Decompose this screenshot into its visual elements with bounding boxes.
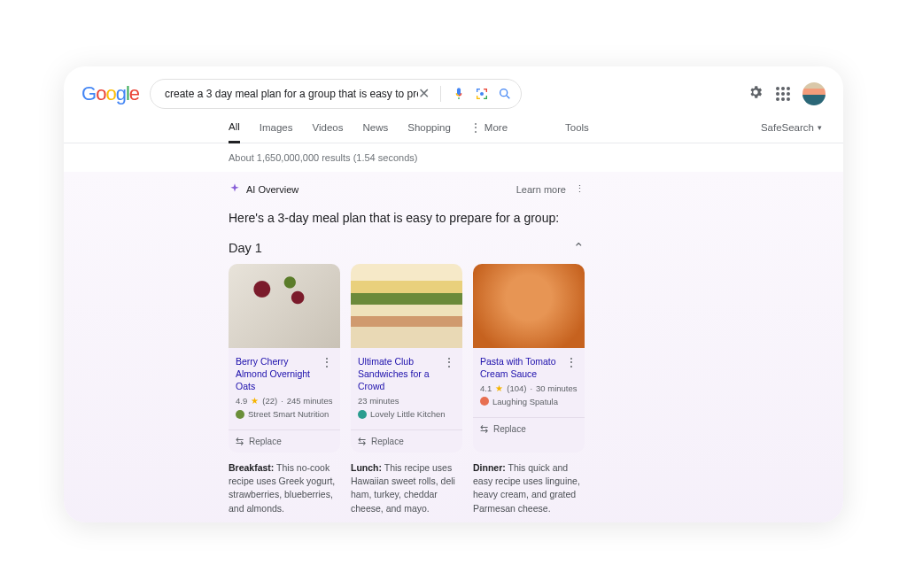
search-tabs: All Images Videos News Shopping ⋮More To…	[64, 114, 843, 143]
recipe-source[interactable]: Laughing Spatula	[480, 397, 578, 406]
svg-point-9	[500, 89, 508, 96]
svg-point-8	[480, 92, 484, 96]
recipe-card-breakfast: Berry Cherry Almond Overnight Oats ⋮ 4.9…	[229, 264, 340, 453]
browser-window: Google ✕	[64, 66, 843, 522]
meal-description: Breakfast: This no-cook recipe uses Gree…	[229, 461, 340, 515]
swap-icon: ⇆	[236, 436, 244, 447]
search-bar[interactable]: ✕	[150, 79, 522, 109]
separator	[440, 86, 441, 102]
recipe-meta: 4.1★ (104)· 30 minutes	[480, 383, 578, 393]
meal-description: Lunch: This recipe uses Hawaiian sweet r…	[351, 461, 462, 515]
replace-button[interactable]: ⇆ Replace	[473, 417, 585, 440]
star-icon: ★	[495, 383, 503, 393]
kebab-icon[interactable]: ⋮	[562, 355, 578, 369]
search-bar-icons: ✕	[418, 85, 512, 102]
more-menu[interactable]: ⋮More	[470, 121, 508, 143]
tab-videos[interactable]: Videos	[313, 122, 344, 142]
recipe-card-dinner: Pasta with Tomato Cream Sauce ⋮ 4.1★ (10…	[473, 264, 585, 453]
favicon	[358, 410, 367, 419]
tab-shopping[interactable]: Shopping	[407, 122, 451, 142]
swap-icon: ⇆	[480, 423, 488, 435]
result-stats: About 1,650,000,000 results (1.54 second…	[64, 143, 843, 172]
recipe-source[interactable]: Lovely Little Kitchen	[358, 409, 455, 419]
favicon	[480, 397, 489, 406]
svg-rect-3	[486, 89, 487, 92]
learn-more-link[interactable]: Learn more	[516, 184, 566, 195]
sparkle-icon	[229, 182, 241, 197]
recipe-title-link[interactable]: Berry Cherry Almond Overnight Oats	[236, 355, 317, 393]
ai-overview-section: AI Overview Learn more ⋮ Here's a 3-day …	[64, 172, 843, 522]
ai-intro-text: Here's a 3-day meal plan that is easy to…	[229, 204, 585, 237]
chevron-down-icon: ▾	[818, 123, 822, 132]
recipe-meta: 4.9★ (22)· 245 minutes	[236, 396, 333, 406]
swap-icon: ⇆	[358, 436, 366, 447]
svg-rect-5	[477, 96, 477, 99]
day1-title: Day 1	[229, 241, 262, 255]
tab-news[interactable]: News	[362, 122, 388, 142]
header-right	[748, 82, 826, 105]
day1-cards: Berry Cherry Almond Overnight Oats ⋮ 4.9…	[229, 264, 585, 453]
kebab-icon[interactable]: ⋮	[317, 355, 333, 369]
day1-descriptions: Breakfast: This no-cook recipe uses Gree…	[229, 461, 585, 515]
recipe-image[interactable]	[229, 264, 340, 348]
search-icon[interactable]	[498, 87, 512, 101]
tools-link[interactable]: Tools	[565, 122, 589, 142]
day1-header[interactable]: Day 1 ⌃	[229, 237, 585, 264]
apps-icon[interactable]	[776, 87, 790, 101]
safesearch-dropdown[interactable]: SafeSearch ▾	[761, 122, 822, 142]
kebab-icon[interactable]: ⋮	[575, 183, 585, 195]
favicon	[236, 410, 244, 419]
recipe-image[interactable]	[351, 264, 462, 348]
mic-icon[interactable]	[452, 87, 466, 101]
recipe-card-lunch: Ultimate Club Sandwiches for a Crowd ⋮ 2…	[351, 264, 462, 453]
replace-button[interactable]: ⇆ Replace	[229, 429, 340, 453]
recipe-title-link[interactable]: Ultimate Club Sandwiches for a Crowd	[358, 355, 439, 393]
svg-rect-7	[486, 96, 487, 99]
replace-button[interactable]: ⇆ Replace	[351, 429, 462, 453]
google-logo[interactable]: Google	[81, 82, 139, 105]
recipe-image[interactable]	[473, 264, 585, 348]
avatar[interactable]	[802, 82, 826, 105]
lens-icon[interactable]	[475, 87, 489, 101]
ai-overview-header: AI Overview Learn more ⋮	[229, 172, 585, 204]
tab-all[interactable]: All	[229, 121, 240, 143]
recipe-meta: 23 minutes	[358, 396, 455, 406]
star-icon: ★	[251, 396, 259, 406]
svg-line-10	[507, 96, 509, 98]
header: Google ✕	[64, 66, 843, 114]
clear-icon[interactable]: ✕	[418, 85, 430, 102]
search-input[interactable]	[165, 88, 418, 100]
chevron-up-icon: ⌃	[573, 241, 585, 255]
gear-icon[interactable]	[748, 84, 764, 104]
recipe-source[interactable]: Street Smart Nutrition	[236, 409, 333, 419]
recipe-title-link[interactable]: Pasta with Tomato Cream Sauce	[480, 355, 562, 380]
tab-images[interactable]: Images	[260, 122, 293, 142]
svg-rect-1	[477, 89, 477, 92]
ai-overview-label: AI Overview	[246, 184, 298, 195]
kebab-icon[interactable]: ⋮	[439, 355, 455, 369]
meal-description: Dinner: This quick and easy recipe uses …	[473, 461, 585, 515]
